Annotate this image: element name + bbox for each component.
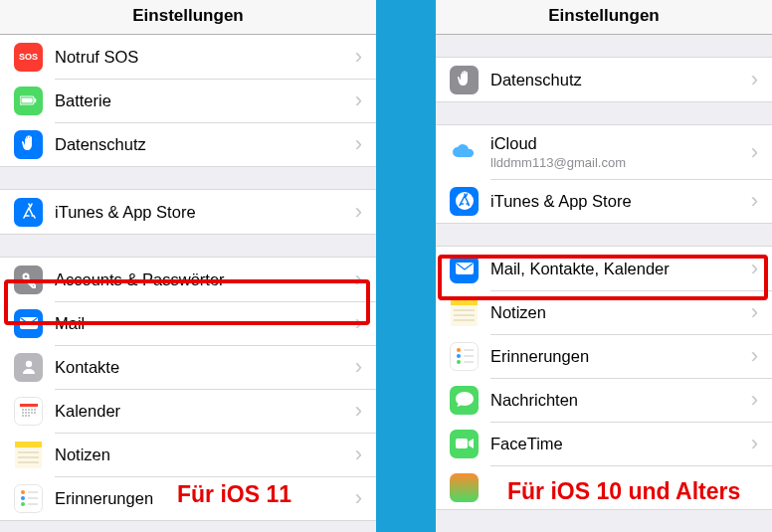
header-title: Einstellungen <box>0 0 376 35</box>
chevron-icon: › <box>355 131 362 157</box>
row-sublabel: llddmm113@gmail.com <box>490 155 743 170</box>
row-itunes-appstore[interactable]: iTunes & App Store › <box>436 179 772 223</box>
row-notruf-sos[interactable]: SOS Notruf SOS › <box>0 35 376 79</box>
reminders-icon <box>14 484 43 513</box>
row-batterie[interactable]: Batterie › <box>0 79 376 122</box>
svg-rect-46 <box>456 439 468 448</box>
row-datenschutz[interactable]: Datenschutz › <box>0 122 376 166</box>
svg-point-12 <box>31 409 32 410</box>
row-kontakte[interactable]: Kontakte › <box>0 345 376 389</box>
svg-point-6 <box>25 361 31 367</box>
contacts-icon <box>14 353 43 382</box>
divider <box>376 0 436 532</box>
row-mail-kontakte-kalender[interactable]: Mail, Kontakte, Kalender › <box>436 247 772 290</box>
row-label: Datenschutz <box>55 135 347 154</box>
hand-icon <box>450 66 479 94</box>
row-facetime[interactable]: FaceTime › <box>436 422 772 465</box>
row-kalender[interactable]: Kalender › <box>0 389 376 433</box>
row-itunes-appstore[interactable]: iTunes & App Store › <box>0 190 376 234</box>
chevron-icon: › <box>355 442 362 467</box>
chevron-icon: › <box>355 354 362 380</box>
row-label: Notizen <box>490 303 743 322</box>
mail-icon <box>14 309 43 338</box>
row-notizen[interactable]: Notizen › <box>436 290 772 334</box>
chevron-icon: › <box>751 299 758 325</box>
svg-point-42 <box>457 360 461 364</box>
chevron-icon: › <box>751 387 758 413</box>
svg-point-14 <box>22 412 23 413</box>
row-label: Mail <box>55 314 347 333</box>
chevron-icon: › <box>355 485 362 511</box>
row-notizen[interactable]: Notizen › <box>0 433 376 476</box>
caption-ios11: Für iOS 11 <box>177 481 291 508</box>
svg-point-17 <box>31 412 32 413</box>
chevron-icon: › <box>751 139 758 165</box>
svg-point-29 <box>21 502 25 506</box>
row-label: Datenschutz <box>490 71 743 89</box>
row-label: Nachrichten <box>490 391 743 410</box>
row-label: Mail, Kontakte, Kalender <box>490 260 743 278</box>
svg-point-4 <box>24 275 27 278</box>
chevron-icon: › <box>355 88 362 113</box>
facetime-icon <box>450 430 479 458</box>
header-title: Einstellungen <box>436 0 772 35</box>
hand-icon <box>14 130 43 159</box>
row-label: Kontakte <box>55 358 347 377</box>
battery-icon <box>14 87 43 115</box>
row-label: Erinnerungen <box>490 347 743 366</box>
row-label: iTunes & App Store <box>490 192 743 211</box>
row-label: Notizen <box>55 445 347 464</box>
appstore-icon <box>450 187 479 216</box>
svg-rect-2 <box>21 98 32 103</box>
svg-point-40 <box>457 348 461 352</box>
notes-icon <box>14 441 43 469</box>
svg-rect-7 <box>20 404 38 407</box>
key-icon <box>14 266 43 294</box>
svg-point-27 <box>21 490 25 494</box>
appstore-icon <box>14 198 43 227</box>
icloud-icon <box>450 138 479 167</box>
svg-point-15 <box>25 412 26 413</box>
row-label: iTunes & App Store <box>55 203 347 222</box>
svg-rect-22 <box>15 442 42 447</box>
row-label: Accounts & Passwörter <box>55 270 347 289</box>
chevron-icon: › <box>355 310 362 336</box>
svg-point-11 <box>28 409 29 410</box>
extra-icon <box>450 473 479 502</box>
reminders-icon <box>450 342 479 371</box>
svg-point-20 <box>25 415 26 416</box>
row-label: Notruf SOS <box>55 48 347 67</box>
row-nachrichten[interactable]: Nachrichten › <box>436 378 772 422</box>
row-label: Batterie <box>55 91 347 110</box>
svg-point-21 <box>28 415 29 416</box>
svg-rect-1 <box>34 98 36 102</box>
svg-point-9 <box>22 409 23 410</box>
sos-icon: SOS <box>14 43 43 72</box>
chevron-icon: › <box>751 343 758 369</box>
chevron-icon: › <box>751 188 758 214</box>
messages-icon <box>450 386 479 415</box>
chevron-icon: › <box>751 67 758 92</box>
row-icloud[interactable]: iCloud llddmm113@gmail.com › <box>436 125 772 179</box>
row-datenschutz[interactable]: Datenschutz › <box>436 58 772 101</box>
chevron-icon: › <box>355 199 362 225</box>
caption-ios10: Für iOS 10 und Alters <box>507 478 740 505</box>
svg-point-19 <box>22 415 23 416</box>
chevron-icon: › <box>751 431 758 456</box>
chevron-icon: › <box>355 44 362 70</box>
row-label: iCloud <box>490 134 743 153</box>
row-erinnerungen[interactable]: Erinnerungen › <box>436 334 772 378</box>
svg-point-10 <box>25 409 26 410</box>
calendar-icon <box>14 397 43 426</box>
row-label: FaceTime <box>490 435 743 453</box>
chevron-icon: › <box>355 398 362 424</box>
row-mail[interactable]: Mail › <box>0 301 376 345</box>
chevron-icon: › <box>355 266 362 292</box>
svg-point-28 <box>21 496 25 500</box>
row-accounts-passwoerter[interactable]: Accounts & Passwörter › <box>0 258 376 301</box>
svg-point-13 <box>34 409 35 410</box>
notes-icon <box>450 298 479 327</box>
settings-panel-ios10: Einstellungen Datenschutz › i <box>436 0 772 532</box>
svg-point-16 <box>28 412 29 413</box>
chevron-icon: › <box>751 256 758 281</box>
